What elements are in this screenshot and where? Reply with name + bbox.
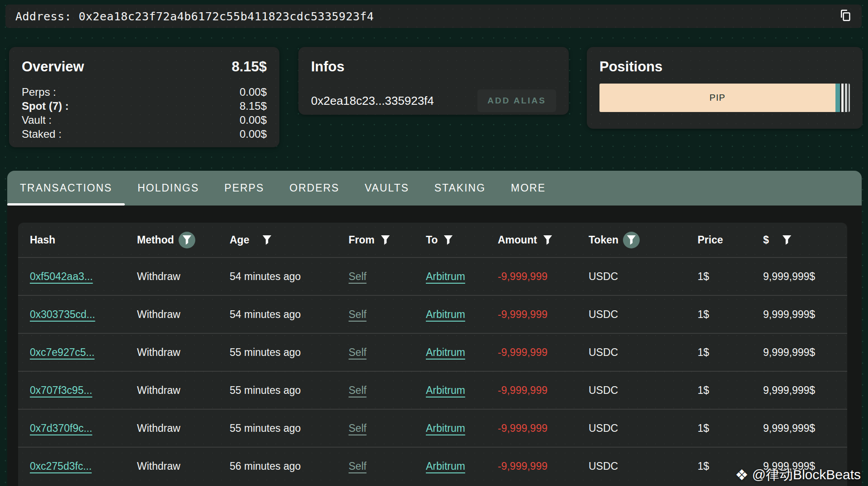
to-link[interactable]: Arbitrum bbox=[426, 346, 498, 359]
token-cell: USDC bbox=[589, 308, 698, 321]
method-cell: Withdraw bbox=[137, 422, 230, 435]
hash-link[interactable]: 0xc275d3fc... bbox=[30, 460, 137, 472]
method-cell: Withdraw bbox=[137, 460, 230, 472]
token-cell: USDC bbox=[589, 271, 698, 283]
overview-title: Overview bbox=[22, 59, 84, 75]
method-cell: Withdraw bbox=[137, 271, 230, 283]
stat-value: 0.00$ bbox=[240, 113, 267, 127]
method-cell: Withdraw bbox=[137, 308, 230, 321]
overview-stat-staked: Staked : 0.00$ bbox=[22, 127, 267, 141]
blockbeats-logo-icon: ❖ bbox=[735, 467, 749, 482]
overview-card: Overview 8.15$ Perps : 0.00$ Spot (7) : … bbox=[9, 47, 279, 147]
amount-cell: -9,999,999 bbox=[498, 460, 589, 472]
to-link[interactable]: Arbitrum bbox=[426, 271, 498, 283]
usd-filter-icon[interactable] bbox=[782, 234, 792, 246]
age-cell: 54 minutes ago bbox=[230, 308, 349, 321]
tab-staking[interactable]: STAKING bbox=[422, 171, 498, 206]
position-segment[interactable] bbox=[840, 84, 844, 112]
to-filter-icon[interactable] bbox=[443, 234, 453, 246]
method-filter-icon[interactable] bbox=[179, 232, 195, 248]
from-link[interactable]: Self bbox=[349, 460, 426, 472]
amount-cell: -9,999,999 bbox=[498, 384, 589, 397]
token-cell: USDC bbox=[589, 460, 698, 472]
tab-holdings[interactable]: HOLDINGS bbox=[125, 171, 212, 206]
stat-label: Spot (7) : bbox=[22, 99, 69, 113]
overview-total-value: 8.15$ bbox=[231, 59, 267, 75]
from-link[interactable]: Self bbox=[349, 308, 426, 321]
tab-orders[interactable]: ORDERS bbox=[277, 171, 352, 206]
from-filter-icon[interactable] bbox=[380, 234, 391, 246]
infos-title: Infos bbox=[311, 59, 556, 75]
tab-transactions[interactable]: TRANSACTIONS bbox=[7, 171, 125, 206]
position-segment[interactable] bbox=[835, 84, 840, 112]
address-bar: Address: 0x2ea18c23f72a4b6172c55b411823c… bbox=[5, 5, 862, 28]
infos-card: Infos 0x2ea18c23...335923f4 ADD ALIAS bbox=[298, 47, 569, 115]
watermark-text: @律动BlockBeats bbox=[752, 466, 861, 484]
usd-column-header: $ bbox=[763, 234, 847, 246]
table-row: 0xc7e927c5...Withdraw55 minutes agoSelfA… bbox=[18, 333, 847, 371]
table-row: 0x7d370f9c...Withdraw55 minutes agoSelfA… bbox=[18, 409, 847, 447]
from-link[interactable]: Self bbox=[349, 271, 426, 283]
from-column-header: From bbox=[349, 234, 426, 246]
usd-value-cell: 9,999,999$ bbox=[763, 384, 847, 397]
token-cell: USDC bbox=[589, 346, 698, 359]
method-cell: Withdraw bbox=[137, 346, 230, 359]
position-segment[interactable] bbox=[844, 84, 847, 112]
to-link[interactable]: Arbitrum bbox=[426, 308, 498, 321]
price-cell: 1$ bbox=[698, 308, 763, 321]
overview-stat-vault: Vault : 0.00$ bbox=[22, 113, 267, 127]
infos-address-short: 0x2ea18c23...335923f4 bbox=[311, 94, 434, 108]
age-column-header: Age bbox=[230, 234, 349, 246]
amount-filter-icon[interactable] bbox=[542, 234, 553, 246]
address-text: Address: 0x2ea18c23f72a4b6172c55b411823c… bbox=[15, 10, 374, 23]
price-cell: 1$ bbox=[698, 422, 763, 435]
age-cell: 55 minutes ago bbox=[230, 384, 349, 397]
to-link[interactable]: Arbitrum bbox=[426, 384, 498, 397]
amount-cell: -9,999,999 bbox=[498, 346, 589, 359]
table-row: 0xf5042aa3...Withdraw54 minutes agoSelfA… bbox=[18, 257, 847, 295]
token-filter-icon[interactable] bbox=[623, 232, 640, 248]
position-segment[interactable]: PIP bbox=[599, 84, 835, 112]
age-filter-icon[interactable] bbox=[262, 234, 272, 246]
token-cell: USDC bbox=[589, 384, 698, 397]
usd-value-cell: 9,999,999$ bbox=[763, 271, 847, 283]
stat-label: Vault : bbox=[22, 113, 52, 127]
hash-link[interactable]: 0x303735cd... bbox=[30, 308, 137, 321]
copy-address-button[interactable] bbox=[835, 6, 855, 26]
stat-label: Staked : bbox=[22, 127, 61, 141]
transactions-panel: Hash Method Age From To Amount bbox=[7, 206, 862, 486]
to-column-header: To bbox=[426, 234, 498, 246]
method-cell: Withdraw bbox=[137, 384, 230, 397]
from-link[interactable]: Self bbox=[349, 384, 426, 397]
position-segment[interactable] bbox=[847, 84, 850, 112]
age-cell: 54 minutes ago bbox=[230, 271, 349, 283]
watermark: ❖ @律动BlockBeats bbox=[735, 466, 861, 484]
from-link[interactable]: Self bbox=[349, 346, 426, 359]
hash-link[interactable]: 0xc7e927c5... bbox=[30, 346, 137, 359]
tab-perps[interactable]: PERPS bbox=[212, 171, 277, 206]
stat-value: 8.15$ bbox=[240, 99, 267, 113]
tab-more[interactable]: MORE bbox=[498, 171, 558, 206]
token-column-header: Token bbox=[589, 232, 698, 248]
age-cell: 55 minutes ago bbox=[230, 346, 349, 359]
amount-column-header: Amount bbox=[498, 234, 589, 246]
table-row: 0x707f3c95...Withdraw55 minutes agoSelfA… bbox=[18, 371, 847, 409]
positions-title: Positions bbox=[599, 59, 850, 75]
hash-link[interactable]: 0xf5042aa3... bbox=[30, 271, 137, 283]
add-alias-button[interactable]: ADD ALIAS bbox=[477, 89, 556, 112]
tab-bar: TRANSACTIONS HOLDINGS PERPS ORDERS VAULT… bbox=[7, 171, 862, 206]
to-link[interactable]: Arbitrum bbox=[426, 460, 498, 472]
from-link[interactable]: Self bbox=[349, 422, 426, 435]
usd-value-cell: 9,999,999$ bbox=[763, 346, 847, 359]
positions-allocation-bar[interactable]: PIP bbox=[599, 84, 850, 112]
amount-cell: -9,999,999 bbox=[498, 308, 589, 321]
transactions-table: Hash Method Age From To Amount bbox=[18, 223, 847, 486]
hash-link[interactable]: 0x707f3c95... bbox=[30, 384, 137, 397]
usd-value-cell: 9,999,999$ bbox=[763, 308, 847, 321]
to-link[interactable]: Arbitrum bbox=[426, 422, 498, 435]
age-cell: 55 minutes ago bbox=[230, 422, 349, 435]
hash-link[interactable]: 0x7d370f9c... bbox=[30, 422, 137, 435]
table-row: 0xc275d3fc...Withdraw56 minutes agoSelfA… bbox=[18, 447, 847, 485]
positions-card: Positions PIP bbox=[587, 47, 863, 129]
tab-vaults[interactable]: VAULTS bbox=[352, 171, 422, 206]
